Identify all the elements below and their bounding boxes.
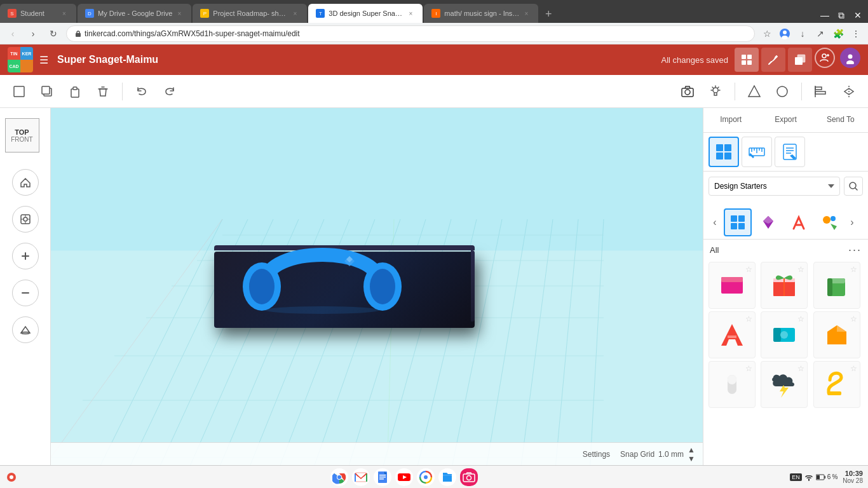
shape-item-orange[interactable]: ☆ [813, 311, 860, 358]
redo-button[interactable] [158, 80, 181, 103]
star-icon-3[interactable]: ☆ [850, 265, 857, 274]
mirror-button[interactable] [837, 80, 860, 103]
tab-student[interactable]: S Student × [0, 4, 76, 23]
panel-ruler-icon-button[interactable] [742, 137, 772, 167]
taskbar-files[interactable] [438, 468, 456, 486]
star-icon-4[interactable]: ☆ [745, 315, 752, 323]
pickaxe-button[interactable] [761, 48, 785, 72]
fit-all-button[interactable] [12, 206, 39, 233]
delete-button[interactable] [92, 80, 114, 103]
shape-item-cloud[interactable]: ☆ [761, 361, 808, 408]
shape-outline-button[interactable] [743, 80, 766, 103]
settings-button[interactable]: Settings [583, 450, 610, 459]
shape-item-red-a[interactable]: ☆ [709, 311, 756, 358]
import-button[interactable]: Import [703, 108, 758, 132]
share-icon[interactable]: ↗ [813, 27, 827, 41]
align-button[interactable] [810, 80, 832, 103]
tab-close-drive[interactable]: × [175, 9, 184, 18]
copy-button[interactable] [36, 80, 58, 103]
system-tray: EN 6 % [790, 473, 837, 482]
tab-close-student[interactable]: × [60, 9, 69, 18]
paste-button[interactable] [64, 80, 86, 103]
profile-avatar[interactable] [840, 48, 860, 68]
export-button[interactable]: Export [758, 108, 813, 132]
taskbar-camera-app[interactable] [460, 468, 478, 486]
tab-close-roadmap[interactable]: × [290, 9, 299, 18]
download-icon[interactable]: ↓ [796, 27, 810, 41]
view-cube[interactable]: TOP FRONT [5, 118, 46, 159]
star-icon-5[interactable]: ☆ [797, 315, 804, 323]
forward-button[interactable]: › [25, 26, 41, 41]
shape-item-green-cube[interactable]: ☆ [813, 262, 860, 309]
canvas-area[interactable]: Settings Snap Grid 1.0 mm ▲▼ [51, 108, 703, 465]
design-starters-dropdown[interactable]: Design Starters [709, 177, 840, 196]
add-user-button[interactable] [815, 48, 835, 68]
shape-item-pink-box[interactable]: ☆ [709, 262, 756, 309]
categories-next-button[interactable]: › [846, 208, 858, 236]
3d-model[interactable] [214, 245, 475, 328]
star-icon-2[interactable]: ☆ [797, 265, 804, 274]
refresh-button[interactable]: ↻ [46, 26, 61, 41]
circle-outline-button[interactable] [771, 80, 794, 103]
star-icon-1[interactable]: ☆ [745, 265, 752, 274]
send-to-button[interactable]: Send To [813, 108, 868, 132]
star-icon-9[interactable]: ☆ [850, 364, 857, 373]
youtube-icon [397, 470, 411, 484]
tab-roadmap[interactable]: P Project Roadmap- shelby - Go... × [193, 4, 307, 23]
light-button[interactable] [704, 80, 727, 103]
tab-tinkercad[interactable]: T 3D design Super Snaget-Maim... × [308, 4, 423, 23]
taskbar-docs[interactable] [374, 468, 391, 486]
undo-button[interactable] [130, 80, 153, 103]
minimize-button[interactable]: — [817, 8, 832, 23]
camera-button[interactable] [676, 80, 699, 103]
categories-prev-button[interactable]: ‹ [709, 208, 721, 236]
zoom-in-button[interactable] [12, 243, 39, 269]
category-featured[interactable] [724, 208, 752, 236]
shape-item-teal[interactable]: ☆ [761, 311, 808, 358]
star-icon-6[interactable]: ☆ [850, 315, 857, 323]
svg-rect-9 [797, 55, 805, 62]
new-shape-button[interactable] [8, 80, 31, 103]
taskbar-youtube[interactable] [395, 468, 413, 486]
category-special[interactable] [815, 208, 843, 236]
more-options-button[interactable]: ··· [848, 243, 862, 257]
tab-close-tinkercad[interactable]: × [406, 9, 415, 18]
shape-item-yellow-2[interactable]: ☆ [813, 361, 860, 408]
new-tab-button[interactable]: + [539, 5, 557, 23]
snap-stepper[interactable]: ▲▼ [688, 445, 695, 463]
tinkercad-logo[interactable]: TIN KER CAD [8, 47, 33, 72]
tab-instructable[interactable]: I math/ music sign - Instructab... × [424, 4, 538, 23]
grid-view-button[interactable] [735, 48, 759, 72]
category-gem[interactable] [754, 208, 782, 236]
restore-button[interactable]: ⧉ [834, 8, 849, 23]
menu-icon[interactable]: ⋮ [849, 27, 863, 41]
category-letter-a[interactable] [785, 208, 813, 236]
star-icon-8[interactable]: ☆ [797, 364, 804, 373]
shape-item-capsule[interactable]: ☆ [709, 361, 756, 408]
tab-drive[interactable]: D My Drive - Google Drive × [78, 4, 191, 23]
tab-close-instructable[interactable]: × [522, 9, 531, 18]
model-base-platform [214, 245, 475, 328]
close-button[interactable]: ✕ [850, 8, 865, 23]
home-button[interactable] [12, 169, 39, 196]
profile-icon[interactable] [778, 27, 792, 41]
extensions-icon[interactable]: 🧩 [831, 27, 845, 41]
shape-svg-yellow-2 [821, 369, 853, 400]
perspective-button[interactable] [12, 316, 39, 343]
start-button[interactable] [5, 471, 18, 484]
svg-point-108 [337, 475, 341, 479]
panel-grid-icon-button[interactable] [709, 137, 739, 167]
bookmark-star-icon[interactable]: ☆ [760, 27, 774, 41]
menu-list-icon[interactable]: ☰ [39, 54, 48, 66]
taskbar-gmail[interactable] [352, 468, 370, 486]
zoom-out-button[interactable] [12, 280, 39, 306]
shape-item-gift-box[interactable]: ☆ [761, 262, 808, 309]
star-icon-7[interactable]: ☆ [745, 364, 752, 373]
taskbar-google[interactable] [417, 468, 435, 486]
panel-notes-icon-button[interactable] [775, 137, 805, 167]
taskbar-chrome[interactable] [330, 468, 348, 486]
back-button[interactable]: ‹ [5, 26, 20, 41]
3d-view-button[interactable] [788, 48, 812, 72]
search-button[interactable] [844, 177, 863, 196]
url-input[interactable]: tinkercad.com/things/aGXmRWX5d1h-super-s… [66, 25, 755, 42]
